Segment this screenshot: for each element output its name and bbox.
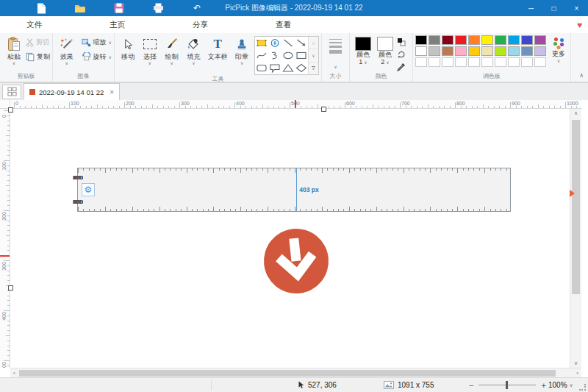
collapse-ribbon-button[interactable]: ∧ [579,72,584,79]
palette-swatch[interactable] [495,35,506,45]
document-tab[interactable]: 2022-09-19 14 01 22 × [24,83,120,101]
shape-magnifier[interactable] [268,37,282,49]
shape-curve[interactable] [255,49,268,62]
redo-button[interactable]: ↷ [230,2,242,14]
reset-colors-button[interactable] [397,50,406,59]
palette-more-button[interactable]: 更多 ∨ [549,35,568,63]
close-button[interactable]: × [565,0,588,16]
palette-swatch[interactable] [415,46,427,56]
palette-swatch[interactable] [508,57,520,67]
scroll-up-icon[interactable]: ∧ [570,110,581,116]
palette-swatch[interactable] [481,46,493,56]
vertical-scrollbar[interactable]: ∧ ∨ [570,109,581,368]
zoom-out-button[interactable]: − [469,381,473,390]
gallery-scroll-down-button[interactable]: ∨ [309,49,318,62]
favorite-heart-icon[interactable]: ♥ [577,21,582,29]
ribbon-tab[interactable]: 分享 [193,20,208,30]
horizontal-scrollbar[interactable]: ‹ › [10,368,581,377]
rotate-button[interactable]: 旋转 ∨ [82,52,112,62]
ribbon-tab[interactable]: 文件 [26,20,42,30]
shape-balloon[interactable] [268,62,282,74]
palette-swatch[interactable] [495,46,506,56]
horizontal-scrollbar-thumb[interactable] [19,370,556,377]
zoom-level-chevron-icon[interactable]: ∨ [570,383,573,388]
scroll-down-icon[interactable]: ∨ [570,360,581,366]
palette-swatch[interactable] [534,35,546,45]
gallery-more-button[interactable]: ∨ [309,63,318,74]
palette-swatch[interactable] [468,46,480,56]
resize-grip[interactable] [579,384,586,391]
new-file-button[interactable] [35,2,47,14]
palette-swatch[interactable] [429,35,440,45]
shape-triangle[interactable] [282,62,295,74]
selection-handle[interactable] [8,285,13,291]
palette-swatch[interactable] [429,57,440,67]
ribbon-tab[interactable]: 查看 [276,20,291,30]
shape-highlight[interactable] [255,37,268,49]
open-file-button[interactable] [74,2,86,14]
selection-handle[interactable] [321,107,326,112]
eyedropper-button[interactable] [397,63,406,71]
select-button[interactable]: 选择 ∨ [139,35,161,65]
stamp-button[interactable]: 印章 ∨ [231,35,253,65]
print-button[interactable] [152,2,164,14]
arrange-windows-button[interactable] [2,85,21,99]
shape-rounded-rectangle[interactable] [255,62,268,74]
palette-swatch[interactable] [468,35,480,45]
maximize-button[interactable]: □ [542,0,565,16]
canvas[interactable]: ⚙ 403 px 5050100100150150200200250250300… [10,109,570,368]
zoom-slider[interactable] [478,385,536,385]
move-button[interactable]: 移动 [117,35,139,60]
selection-handle[interactable] [8,107,13,113]
palette-swatch[interactable] [508,35,520,45]
color1-button[interactable]: 颜色 1∨ [352,35,374,65]
palette-swatch[interactable] [429,46,440,56]
shape-rectangle[interactable] [295,49,308,62]
palette-swatch[interactable] [415,57,427,67]
shape-arrow[interactable] [295,37,308,49]
palette-swatch[interactable] [455,57,467,67]
palette-swatch[interactable] [481,57,493,67]
color2-button[interactable]: 颜色 2∨ [374,35,396,65]
palette-swatch[interactable] [415,35,427,45]
shape-diamond[interactable] [295,62,308,74]
minimize-button[interactable]: ─ [520,0,542,16]
scroll-left-icon[interactable]: ‹ [13,368,15,377]
effects-button[interactable]: 效果 ∨ [55,35,79,65]
palette-swatch[interactable] [481,35,493,45]
palette-swatch[interactable] [442,57,453,67]
zoom-slider-thumb[interactable] [506,381,508,389]
shape-line[interactable] [282,37,295,49]
vertical-scrollbar-thumb[interactable] [572,120,580,294]
resize-button[interactable]: 缩放 ∨ [82,38,112,47]
gallery-scroll-up-button[interactable]: ∧ [309,37,318,49]
palette-swatch[interactable] [455,35,467,45]
palette-swatch[interactable] [495,57,506,67]
tab-close-icon[interactable]: × [110,88,114,96]
zoom-in-button[interactable]: + [541,381,545,390]
palette-swatch[interactable] [455,46,467,56]
fill-button[interactable]: 填充 ∨ [183,35,205,65]
palette-swatch[interactable] [534,57,546,67]
palette-swatch[interactable] [442,35,453,45]
save-button[interactable] [113,2,125,14]
paste-button[interactable]: 粘贴 ∨ [2,35,26,65]
textbox-button[interactable]: T 文本框 [204,35,231,60]
palette-swatch[interactable] [521,35,533,45]
palette-swatch[interactable] [442,46,453,56]
swap-colors-button[interactable] [397,38,406,46]
undo-button[interactable]: ↶ [191,2,203,14]
shape-ellipse[interactable] [282,49,295,62]
palette-swatch[interactable] [534,46,546,56]
palette-swatch[interactable] [521,57,533,67]
draw-button[interactable]: 绘制 ∨ [161,35,183,65]
line-size-button[interactable]: ∨ [324,35,347,69]
palette-swatch[interactable] [521,46,533,56]
qat-customize-button[interactable]: ∨ [269,2,281,14]
scroll-right-icon[interactable]: › [576,368,578,377]
cut-button[interactable]: 剪切 [26,38,50,47]
palette-swatch[interactable] [508,46,520,56]
copy-button[interactable]: 复制 [26,52,50,62]
ribbon-tab[interactable]: 主页 [110,20,125,30]
shape-scribble[interactable] [268,49,282,62]
